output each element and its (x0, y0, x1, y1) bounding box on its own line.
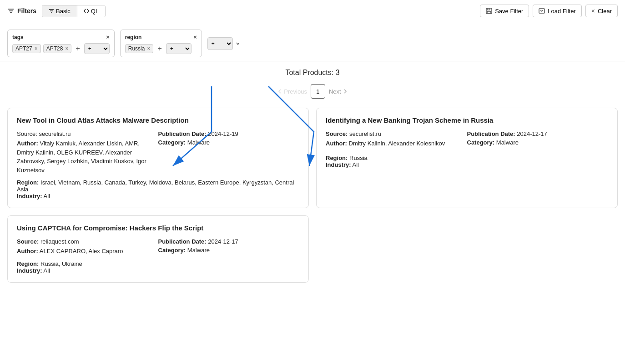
card-1-category: Category: Malware (158, 139, 300, 146)
remove-apt27[interactable]: × (35, 45, 38, 52)
tag-russia: Russia × (125, 44, 154, 53)
card-1-publication-date: Publication Date: 2024-12-19 (158, 130, 300, 137)
card-1-region: Region: Israel, Vietnam, Russia, Canada,… (17, 179, 299, 193)
add-region-button[interactable]: + (156, 45, 163, 52)
card-1-title: New Tool in Cloud Atlas Attacks Malware … (17, 116, 299, 124)
card-3-category: Category: Malware (158, 247, 300, 256)
card-3: Using CAPTCHA for Compromise: Hackers Fl… (7, 215, 309, 283)
card-3-title: Using CAPTCHA for Compromise: Hackers Fl… (17, 224, 299, 232)
region-operator-select[interactable]: +ORAND (166, 43, 192, 54)
card-2-industry: Industry: All (326, 161, 608, 168)
card-3-region: Region: Russia, Ukraine (17, 260, 299, 267)
filter-group-region: region × Russia × + +ORAND (120, 30, 202, 57)
card-1-source: Source: securelist.ru (17, 130, 158, 137)
filter-mode-tabs: Basic QL (42, 5, 106, 17)
code-icon (84, 8, 89, 14)
group-name-tags: tags (12, 34, 24, 40)
tab-basic[interactable]: Basic (42, 5, 77, 17)
card-2-author: Author: Dmitry Kalinin, Alexander Kolesn… (326, 139, 467, 148)
card-2-publication-date: Publication Date: 2024-12-17 (467, 130, 609, 137)
card-3-publication-date: Publication Date: 2024-12-17 (158, 238, 300, 245)
card-2-region: Region: Russia (326, 155, 608, 161)
total-products: Total Products: 3 (7, 69, 618, 77)
card-2-title: Identifying a New Banking Trojan Scheme … (326, 116, 608, 124)
filter-icon (7, 7, 15, 15)
pagination: Previous 1 Next (7, 84, 618, 99)
card-1-industry: Industry: All (17, 193, 299, 199)
save-icon (486, 8, 492, 14)
clear-button[interactable]: × Clear (585, 5, 618, 17)
card-1: New Tool in Cloud Atlas Attacks Malware … (7, 108, 309, 208)
chevron-right-icon (343, 89, 348, 94)
filter-groups-area: tags × APT27 × APT28 × + +ORAND (0, 22, 625, 61)
tag-apt28: APT28 × (43, 44, 72, 53)
card-3-source: Source: reliaquest.com (17, 238, 158, 245)
add-tag-button[interactable]: + (74, 45, 81, 52)
dropdown-icon (236, 41, 240, 46)
tags-operator-select[interactable]: +ORAND (84, 43, 110, 54)
card-3-author: Author: ALEX CAPRARO, Alex Capraro (17, 247, 158, 256)
load-filter-button[interactable]: Load Filter (533, 5, 581, 17)
filter-actions: Save Filter Load Filter × Clear (480, 5, 618, 17)
results-area: Total Products: 3 Previous 1 Next New To… (0, 61, 625, 290)
group-name-region: region (125, 34, 142, 40)
svg-rect-8 (487, 11, 491, 13)
add-group-area: +ORAND (207, 37, 240, 50)
card-2-category: Category: Malware (467, 139, 609, 148)
filter-group-tags: tags × APT27 × APT28 × + +ORAND (7, 30, 115, 57)
svg-rect-7 (487, 8, 490, 10)
remove-apt28[interactable]: × (65, 45, 68, 52)
save-filter-button[interactable]: Save Filter (480, 5, 529, 17)
remove-tags-group[interactable]: × (106, 34, 110, 40)
tab-ql[interactable]: QL (77, 5, 105, 17)
remove-region-group[interactable]: × (193, 34, 197, 40)
card-2: Identifying a New Banking Trojan Scheme … (316, 108, 618, 208)
card-2-source: Source: securelist.ru (326, 130, 467, 137)
cards-grid: New Tool in Cloud Atlas Attacks Malware … (7, 108, 618, 283)
tag-apt27: APT27 × (12, 44, 41, 53)
load-icon (539, 8, 545, 14)
remove-russia[interactable]: × (147, 45, 150, 52)
next-page-button[interactable]: Next (329, 88, 348, 95)
previous-page-button[interactable]: Previous (277, 88, 307, 95)
basic-filter-icon (49, 8, 54, 14)
card-1-author: Author: Vitaly Kamluk, Alexander Liskin,… (17, 139, 158, 175)
chevron-left-icon (277, 89, 282, 94)
filter-title: Filters (7, 7, 36, 15)
add-group-operator-select[interactable]: +ORAND (207, 37, 233, 50)
page-1[interactable]: 1 (311, 84, 325, 99)
card-3-industry: Industry: All (17, 267, 299, 274)
